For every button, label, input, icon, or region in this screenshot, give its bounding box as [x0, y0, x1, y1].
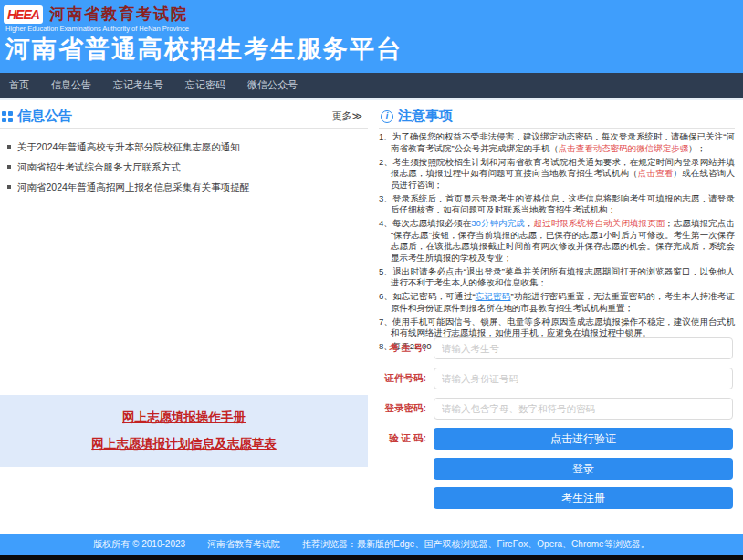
register-button[interactable]: 考生注册	[434, 487, 733, 509]
more-link[interactable]: 更多≫	[331, 109, 362, 123]
notices-header: i 注意事项	[379, 105, 735, 129]
nav-item-wechat[interactable]: 微信公众号	[247, 78, 298, 92]
org-name: 河南省教育考试院	[49, 4, 188, 25]
page-title: 河南省普通高校招生考生服务平台	[5, 33, 403, 66]
notices-title: 注意事项	[398, 108, 453, 125]
announcements-panel: 信息公告 更多≫ 关于2024年普通高校专升本部分院校征集志愿的通知河南省招生考…	[0, 100, 368, 534]
nav-item-forgot-candidate-number[interactable]: 忘记考生号	[113, 78, 163, 92]
notice-text: 30分钟内完成	[471, 218, 525, 228]
announcement-list: 关于2024年普通高校专升本部分院校征集志愿的通知河南省招生考试综合服务大厅联系…	[0, 129, 368, 194]
footer-org: 河南省教育考试院	[207, 538, 280, 551]
announcements-header: 信息公告 更多≫	[0, 105, 368, 129]
logo-acronym: HEEA	[7, 7, 39, 22]
id-number-row: 证件号码:	[379, 368, 733, 389]
logo-row: HEEA 河南省教育考试院	[4, 4, 188, 25]
notice-text: 3、登录系统后，首页显示登录考生的资格信息，这些信息将影响考生可填报的志愿，请登…	[379, 193, 735, 215]
id-number-label: 证件号码:	[379, 372, 426, 385]
announcement-link[interactable]: 河南省2024年普通高招网上报名信息采集有关事项提醒	[7, 181, 361, 194]
manual-links-box: 网上志愿填报操作手册 网上志愿填报计划信息及志愿草表	[0, 395, 368, 467]
captcha-label: 验 证 码:	[379, 432, 426, 445]
candidate-number-label: 考 生 号:	[379, 342, 426, 355]
notice-item: 3、登录系统后，首页显示登录考生的资格信息，这些信息将影响考生可填报的志愿，请登…	[379, 193, 735, 216]
id-number-input[interactable]	[434, 368, 733, 389]
password-row: 登录密码:	[379, 398, 733, 420]
notice-list: 1、为了确保您的权益不受非法侵害，建议绑定动态密码，每次登录系统时，请确保已关注…	[379, 131, 735, 353]
announcements-title: 信息公告	[17, 108, 72, 125]
manual-link-handbook[interactable]: 网上志愿填报操作手册	[122, 410, 246, 426]
notice-inline-link[interactable]: 点击查看	[638, 168, 674, 178]
notice-text: 5、退出时请务必点击“退出登录”菜单并关闭所有填报志愿期间打开的浏览器窗口，以免…	[379, 266, 735, 288]
page: HEEA 河南省教育考试院 Higher Education Examinati…	[0, 0, 743, 560]
nav-item-forgot-password[interactable]: 忘记密码	[185, 78, 225, 92]
site-footer: 版权所有 © 2010-2023 河南省教育考试院 推荐浏览器：最新版的Edge…	[0, 534, 743, 555]
footer-copyright: 版权所有 © 2010-2023	[93, 538, 185, 551]
candidate-number-input[interactable]	[434, 337, 733, 359]
notice-item: 2、考生须按照院校招生计划和河南省教育考试院相关通知要求，在规定时间内登录网站并…	[379, 157, 735, 192]
notice-inline-link[interactable]: 点击查看动态密码的微信绑定步骤	[559, 143, 689, 153]
notice-item: 5、退出时请务必点击“退出登录”菜单并关闭所有填报志愿期间打开的浏览器窗口，以免…	[379, 266, 735, 289]
notices-panel: i 注意事项 1、为了确保您的权益不受非法侵害，建议绑定动态密码，每次登录系统时…	[379, 100, 735, 534]
grid-icon	[2, 111, 13, 122]
captcha-row: 验 证 码: 点击进行验证	[379, 428, 733, 450]
manual-link-plan-info[interactable]: 网上志愿填报计划信息及志愿草表	[91, 436, 277, 452]
info-icon: i	[381, 110, 393, 123]
nav-item-home[interactable]: 首页	[9, 78, 29, 92]
notice-text: 4、每次志愿填报必须在	[379, 218, 471, 228]
org-name-en: Higher Education Examinations Authority …	[5, 25, 189, 33]
notice-text: ，	[525, 218, 534, 228]
footer-browsers: 推荐浏览器：最新版的Edge、国产双核浏览器、FireFox、Opera、Chr…	[302, 538, 650, 551]
announcement-link[interactable]: 关于2024年普通高校专升本部分院校征集志愿的通知	[7, 141, 361, 154]
announcement-link[interactable]: 河南省招生考试综合服务大厅联系方式	[7, 161, 361, 174]
notice-item: 6、如忘记密码，可通过“忘记密码”功能进行密码重置，无法重置密码的，考生本人持准…	[379, 291, 735, 314]
candidate-number-row: 考 生 号:	[379, 337, 733, 359]
heea-logo-icon: HEEA	[4, 5, 43, 24]
password-input[interactable]	[434, 398, 733, 420]
site-header: HEEA 河南省教育考试院 Higher Education Examinati…	[0, 0, 743, 73]
notice-inline-link[interactable]: 忘记密码	[476, 291, 511, 301]
nav-item-announcements[interactable]: 信息公告	[51, 78, 91, 92]
notice-item: 7、使用手机可能因信号、锁屏、电量等多种原因造成志愿填报操作不稳定，建议使用台式…	[379, 316, 735, 339]
notice-inline-link[interactable]: 超过时限系统将自动关闭填报页面	[534, 218, 665, 228]
notice-item: 1、为了确保您的权益不受非法侵害，建议绑定动态密码，每次登录系统时，请确保已关注…	[379, 131, 735, 154]
login-button[interactable]: 登录	[434, 458, 733, 480]
notice-text: 6、如忘记密码，可通过“	[379, 291, 476, 301]
main-content: 信息公告 更多≫ 关于2024年普通高校专升本部分院校征集志愿的通知河南省招生考…	[0, 100, 743, 534]
login-form: 考 生 号: 证件号码: 登录密码: 验 证 码: 点击进行验证 登录 考生注册	[379, 337, 733, 509]
main-nav: 首页 信息公告 忘记考生号 忘记密码 微信公众号	[0, 73, 743, 98]
captcha-verify-button[interactable]: 点击进行验证	[434, 428, 733, 450]
bottom-strip	[0, 555, 743, 560]
password-label: 登录密码:	[379, 402, 426, 415]
notice-item: 4、每次志愿填报必须在30分钟内完成，超过时限系统将自动关闭填报页面；志愿填报完…	[379, 218, 735, 264]
notice-text: 7、使用手机可能因信号、锁屏、电量等多种原因造成志愿填报操作不稳定，建议使用台式…	[379, 316, 735, 338]
notice-text: ）；	[688, 143, 706, 153]
